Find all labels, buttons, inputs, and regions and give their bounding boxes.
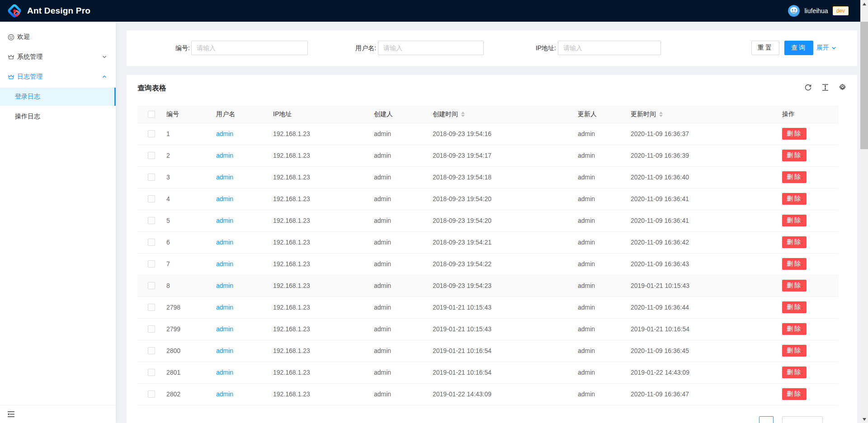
delete-button[interactable]: 删除 (782, 193, 807, 205)
cell-updater: admin (571, 383, 623, 405)
username-link[interactable]: admin (216, 390, 233, 398)
expand-link[interactable]: 展开 (816, 41, 836, 55)
row-checkbox[interactable] (148, 260, 155, 268)
cell-created-at: 2019-01-21 10:16:54 (425, 340, 571, 362)
cell-creator: admin (367, 253, 425, 275)
pagination-page-1[interactable] (759, 416, 774, 423)
username-link[interactable]: admin (216, 282, 233, 289)
sidebar-item-welcome[interactable]: 欢迎 (0, 28, 116, 46)
sidebar-item-operation-log[interactable]: 操作日志 (0, 108, 116, 126)
row-checkbox[interactable] (148, 239, 155, 246)
menu-fold-icon[interactable] (7, 410, 15, 418)
row-checkbox[interactable] (148, 390, 155, 398)
chevron-down-icon (831, 46, 836, 51)
row-checkbox[interactable] (148, 174, 155, 181)
table-row: 2800 admin 192.168.1.23 admin 2019-01-21… (137, 340, 839, 362)
cell-updater: admin (571, 145, 623, 166)
delete-button[interactable]: 删除 (782, 367, 807, 378)
cell-updater: admin (571, 166, 623, 188)
sort-carets-icon[interactable] (659, 112, 663, 117)
delete-button[interactable]: 删除 (782, 345, 807, 357)
cell-created-at: 2018-09-23 19:54:21 (425, 231, 571, 253)
column-header-created-at[interactable]: 创建时间 (425, 106, 571, 123)
username-link[interactable]: admin (216, 174, 233, 181)
delete-button[interactable]: 删除 (782, 301, 807, 313)
row-checkbox[interactable] (148, 369, 155, 376)
delete-button[interactable]: 删除 (782, 128, 807, 140)
username-link[interactable]: admin (216, 325, 233, 333)
cell-ip: 192.168.1.23 (266, 188, 367, 210)
cell-updated-at: 2020-11-09 16:36:45 (623, 340, 775, 362)
sidebar-item-login-log[interactable]: 登录日志 (0, 88, 116, 106)
table-card-header: 查询表格 (127, 75, 857, 94)
row-checkbox[interactable] (148, 195, 155, 202)
vertical-scrollbar[interactable] (860, 0, 868, 423)
select-all-checkbox[interactable] (148, 111, 155, 118)
cell-creator: admin (367, 166, 425, 188)
delete-button[interactable]: 删除 (782, 280, 807, 291)
column-header-updated-at[interactable]: 更新时间 (623, 106, 775, 123)
page-size-select[interactable] (782, 416, 823, 423)
username-link[interactable]: admin (216, 152, 233, 159)
cell-created-at: 2018-09-23 19:54:22 (425, 253, 571, 275)
delete-button[interactable]: 删除 (782, 323, 807, 335)
username-link[interactable]: admin (216, 195, 233, 202)
scroll-up-arrow-icon[interactable] (860, 0, 868, 8)
sort-carets-icon[interactable] (461, 112, 465, 117)
delete-button[interactable]: 删除 (782, 150, 807, 161)
username-link[interactable]: admin (216, 304, 233, 311)
env-tag: dev (833, 6, 849, 15)
delete-button[interactable]: 删除 (782, 171, 807, 183)
sidebar-item-system-mgmt[interactable]: 系统管理 (0, 48, 116, 66)
header-user-area: liufeihua dev (788, 0, 849, 22)
settings-gear-icon[interactable] (839, 84, 846, 91)
delete-button[interactable]: 删除 (782, 215, 807, 226)
row-checkbox[interactable] (148, 304, 155, 311)
row-checkbox[interactable] (148, 217, 155, 224)
cell-id: 2802 (159, 383, 209, 405)
cell-ip: 192.168.1.23 (266, 253, 367, 275)
ip-input[interactable] (558, 41, 661, 55)
user-avatar[interactable] (788, 5, 800, 17)
cell-ip: 192.168.1.23 (266, 383, 367, 405)
sidebar-item-log-mgmt[interactable]: 日志管理 (0, 68, 116, 86)
delete-button[interactable]: 删除 (782, 258, 807, 270)
cell-creator: admin (367, 275, 425, 296)
username-link[interactable]: admin (216, 260, 233, 268)
query-button[interactable]: 查询 (784, 41, 813, 55)
cell-id: 2800 (159, 340, 209, 362)
row-checkbox[interactable] (148, 282, 155, 289)
username-link[interactable]: admin (216, 369, 233, 376)
scroll-down-arrow-icon[interactable] (860, 415, 868, 423)
scrollbar-thumb[interactable] (860, 22, 868, 149)
reset-button[interactable]: 重置 (751, 41, 779, 55)
cell-creator: admin (367, 296, 425, 318)
cell-updater: admin (571, 296, 623, 318)
row-checkbox[interactable] (148, 130, 155, 137)
crown-icon (8, 74, 14, 80)
chevron-down-icon (102, 55, 107, 59)
delete-button[interactable]: 删除 (782, 388, 807, 400)
user-name[interactable]: liufeihua (804, 7, 828, 14)
cell-creator: admin (367, 231, 425, 253)
cell-creator: admin (367, 362, 425, 383)
cell-updated-at: 2020-11-09 16:36:47 (623, 383, 775, 405)
refresh-icon[interactable] (804, 84, 812, 91)
query-table: 编号 用户名 IP地址 创建人 创建时间 更新人 更新时间 操作 (137, 106, 839, 405)
sidebar-item-label: 系统管理 (17, 53, 42, 61)
table-header-row: 编号 用户名 IP地址 创建人 创建时间 更新人 更新时间 操作 (137, 106, 839, 123)
cell-id: 6 (159, 231, 209, 253)
username-link[interactable]: admin (216, 347, 233, 354)
username-link[interactable]: admin (216, 239, 233, 246)
delete-button[interactable]: 删除 (782, 236, 807, 248)
row-checkbox[interactable] (148, 152, 155, 159)
column-height-icon[interactable] (821, 84, 829, 91)
column-header-actions: 操作 (775, 106, 839, 123)
username-link[interactable]: admin (216, 130, 233, 137)
cell-created-at: 2019-01-21 10:15:43 (425, 318, 571, 340)
cell-created-at: 2018-09-23 19:54:18 (425, 166, 571, 188)
row-checkbox[interactable] (148, 325, 155, 333)
username-link[interactable]: admin (216, 217, 233, 224)
table-body: 1 admin 192.168.1.23 admin 2018-09-23 19… (137, 123, 839, 405)
row-checkbox[interactable] (148, 347, 155, 354)
